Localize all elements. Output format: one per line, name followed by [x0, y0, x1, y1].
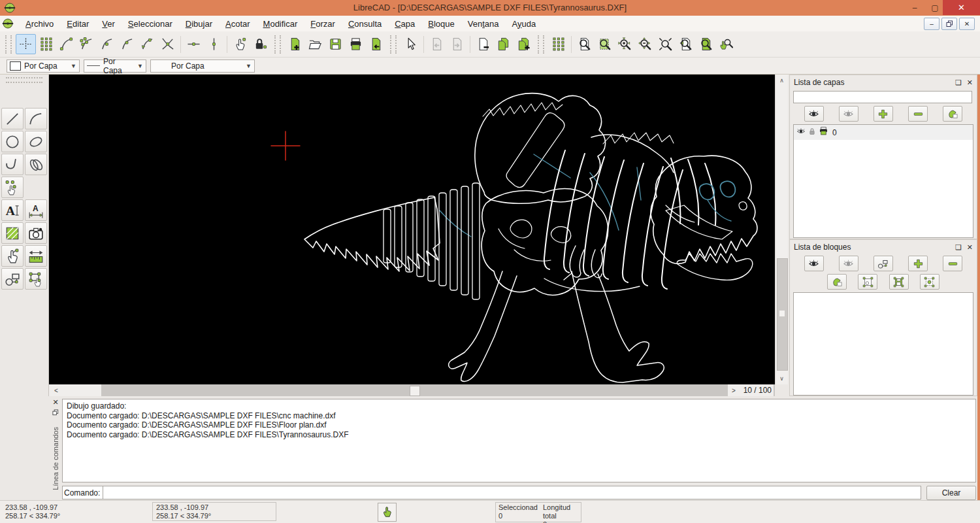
close-dock-icon[interactable]: ✕ [52, 399, 58, 405]
restrict-vertical-button[interactable] [204, 34, 224, 54]
open-document-button[interactable] [305, 34, 325, 54]
new-document-button[interactable] [285, 34, 305, 54]
scroll-down-icon[interactable]: ∨ [776, 373, 788, 384]
tool-ellipse-button[interactable] [25, 131, 47, 152]
duplicate-document-button[interactable] [493, 34, 514, 54]
layer-remove-button[interactable] [908, 106, 928, 122]
layer-row[interactable]: 0 [794, 125, 973, 140]
print-preview-button[interactable] [366, 34, 386, 54]
blocks-hide-all-button[interactable] [839, 256, 858, 271]
close-document-button[interactable] [473, 34, 493, 54]
tool-select-points-button[interactable] [1, 177, 24, 198]
zoom-out-button[interactable] [635, 34, 655, 54]
pen-width-combo[interactable]: Por Capa ▼ [84, 59, 146, 73]
snap-middle-button[interactable] [117, 34, 137, 54]
tool-dimension-button[interactable]: A [25, 199, 47, 221]
redo-button[interactable] [447, 34, 467, 54]
snap-free-button[interactable] [16, 34, 36, 54]
toolbar-grip[interactable] [6, 77, 42, 83]
lock-relative-zero-button[interactable] [250, 34, 270, 54]
float-dock-icon[interactable] [52, 409, 59, 416]
block-save-button[interactable] [889, 274, 909, 290]
tool-modify-button[interactable] [1, 245, 24, 267]
tool-spline-button[interactable] [25, 154, 47, 175]
block-edit-button[interactable] [920, 274, 939, 290]
command-input[interactable] [103, 486, 921, 499]
block-add-button[interactable] [908, 256, 928, 271]
tool-image-button[interactable] [25, 222, 47, 244]
menu-ayuda[interactable]: Ayuda [506, 17, 543, 31]
block-remove-button[interactable] [943, 256, 962, 271]
tool-arc-button[interactable] [25, 108, 47, 129]
toolbar-grip[interactable] [5, 35, 12, 54]
layers-show-all-button[interactable] [804, 106, 824, 122]
vertical-scrollbar[interactable]: ∧ ∨ [775, 75, 788, 384]
tool-measure-button[interactable] [25, 245, 47, 267]
menu-consulta[interactable]: Consulta [342, 17, 388, 31]
horizontal-scroll-thumb[interactable] [410, 386, 420, 396]
snap-center-button[interactable] [97, 34, 117, 54]
zoom-previous-button[interactable] [676, 34, 696, 54]
menu-capa[interactable]: Capa [388, 17, 421, 31]
scroll-left-icon[interactable]: < [49, 384, 101, 396]
menu-archivo[interactable]: Archivo [19, 17, 60, 31]
snap-indicator-button[interactable] [378, 503, 397, 522]
mdi-restore-button[interactable] [941, 18, 957, 30]
zoom-auto-button[interactable] [655, 34, 676, 54]
scroll-up-icon[interactable]: ∧ [776, 75, 788, 86]
toolbar-grip[interactable] [390, 35, 397, 54]
menu-ver[interactable]: Ver [95, 17, 122, 31]
layer-add-button[interactable] [874, 106, 893, 122]
close-panel-icon[interactable]: ✕ [967, 78, 973, 87]
tool-line-button[interactable] [1, 108, 24, 129]
zoom-redraw-button[interactable] [574, 34, 595, 54]
eye-icon[interactable] [796, 127, 806, 139]
pen-color-combo[interactable]: Por Capa ▼ [7, 59, 80, 73]
menu-forzar[interactable]: Forzar [304, 17, 342, 31]
float-panel-icon[interactable]: ❏ [955, 243, 962, 252]
snap-on-entity-button[interactable] [76, 34, 97, 54]
menu-editar[interactable]: Editar [60, 17, 95, 31]
float-panel-icon[interactable]: ❏ [955, 78, 962, 87]
selection-pointer-button[interactable] [400, 34, 421, 54]
block-create-button[interactable] [858, 274, 877, 290]
pen-linetype-combo[interactable]: Por Capa ▼ [150, 59, 255, 73]
vertical-scroll-thumb[interactable] [777, 258, 788, 371]
undo-button[interactable] [427, 34, 447, 54]
block-toggle-visibility-button[interactable] [874, 256, 893, 271]
toolbar-grip[interactable] [274, 35, 281, 54]
menu-ventana[interactable]: Ventana [461, 17, 506, 31]
lock-icon[interactable] [808, 127, 817, 139]
tool-block-select-button[interactable] [25, 268, 47, 290]
snap-endpoints-button[interactable] [56, 34, 76, 54]
add-document-button[interactable] [514, 34, 534, 54]
drawing-canvas[interactable] [49, 75, 775, 384]
menu-dibujar[interactable]: Dibujar [179, 17, 219, 31]
zoom-window-button[interactable] [595, 34, 615, 54]
menu-bloque[interactable]: Bloque [421, 17, 461, 31]
toolbar-grip[interactable] [538, 35, 544, 54]
mdi-close-button[interactable]: ✕ [959, 18, 975, 30]
clear-button[interactable]: Clear [926, 486, 976, 500]
zoom-pan-button[interactable] [716, 34, 736, 54]
snap-grid-button[interactable] [36, 34, 56, 54]
maximize-button[interactable]: ▢ [925, 0, 945, 15]
tool-polyline-button[interactable] [1, 154, 24, 175]
restrict-horizontal-button[interactable] [184, 34, 204, 54]
tool-text-button[interactable]: A [1, 199, 24, 221]
minimize-button[interactable]: – [905, 0, 924, 15]
layers-hide-all-button[interactable] [839, 106, 858, 122]
toggle-grid-button[interactable] [548, 34, 568, 54]
tool-circle-button[interactable] [1, 131, 24, 152]
blocks-show-all-button[interactable] [804, 256, 824, 271]
mdi-minimize-button[interactable]: – [924, 18, 939, 30]
close-button[interactable]: ✕ [943, 0, 980, 15]
horizontal-scrollbar[interactable]: < > 10 / 100 [49, 384, 775, 396]
menu-modificar[interactable]: Modificar [257, 17, 304, 31]
menu-acotar[interactable]: Acotar [219, 17, 257, 31]
set-relative-zero-button[interactable] [230, 34, 250, 54]
menu-seleccionar[interactable]: Seleccionar [122, 17, 179, 31]
block-attributes-button[interactable] [827, 274, 847, 290]
zoom-page-button[interactable] [696, 34, 716, 54]
scroll-right-icon[interactable]: > [728, 384, 740, 396]
